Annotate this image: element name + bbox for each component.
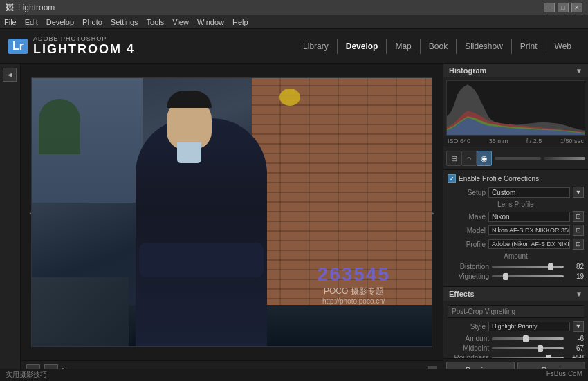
style-row: Style Highlight Priority ▼ — [448, 321, 584, 332]
iso-value: ISO 640 — [448, 138, 470, 145]
enable-corrections-row: ✓ Enable Profile Corrections — [448, 174, 584, 183]
page-watermark: 实用摄影技巧 FsBus.CoM — [0, 369, 588, 381]
amount-label: Amount — [448, 252, 584, 260]
vignetting-label: Vignetting — [448, 272, 489, 280]
vignetting-row: Vignetting 19 — [448, 272, 584, 280]
enable-corrections-checkbox[interactable]: ✓ — [448, 174, 456, 183]
tone-curve-tool[interactable]: ○ — [461, 151, 477, 166]
histogram-svg — [447, 81, 585, 135]
tool-slider-track[interactable] — [544, 157, 585, 160]
vignetting-slider[interactable] — [492, 275, 564, 277]
right-panel: Histogram ▼ ISO 640 35 — [443, 64, 588, 381]
shutter-value: 1/50 sec — [560, 138, 584, 145]
effects-amount-slider[interactable] — [492, 337, 564, 340]
profile-row: Profile Adobe (Nikon AF-S DX NIKKO... ⊡ — [448, 239, 584, 250]
histogram-toggle[interactable]: ▼ — [576, 67, 582, 75]
effects-amount-value: -6 — [567, 335, 584, 342]
distortion-label: Distortion — [448, 263, 489, 270]
tab-develop[interactable]: Develop — [338, 39, 387, 54]
midpoint-label: Midpoint — [448, 344, 489, 352]
effects-content: Post-Crop Vignetting Style Highlight Pri… — [443, 301, 588, 358]
main-layout: ◀ ◀ ▶ — [0, 64, 588, 381]
setup-label: Setup — [448, 189, 486, 196]
title-bar-left: 🖼 Lightroom — [6, 3, 55, 12]
left-panel-toggle[interactable]: ◀ — [3, 68, 17, 82]
profile-value[interactable]: Adobe (Nikon AF-S DX NIKKO... — [488, 239, 570, 249]
effects-header[interactable]: Effects ▼ — [443, 287, 588, 301]
menu-photo[interactable]: Photo — [82, 18, 102, 26]
menu-edit[interactable]: Edit — [25, 18, 38, 26]
histogram-info: ISO 640 35 mm f / 2.5 1/50 sec — [443, 136, 588, 147]
make-value[interactable]: Nikon — [488, 212, 570, 222]
header: Lr ADOBE PHOTOSHOP LIGHTROOM 4 Library D… — [0, 29, 588, 64]
lens-corrections-section: ✓ Enable Profile Corrections Setup Custo… — [443, 170, 588, 287]
photo-frame: 263545 POCO 摄影专题 http://photo.poco.cn/ — [31, 77, 432, 347]
setup-row: Setup Custom ▼ — [448, 187, 584, 198]
effects-amount-label: Amount — [448, 335, 489, 342]
effects-title: Effects — [449, 290, 475, 298]
midpoint-slider[interactable] — [492, 347, 564, 349]
effects-toggle[interactable]: ▼ — [576, 290, 582, 298]
model-value[interactable]: Nikon AF-S DX NIKKOR 35mm... — [488, 225, 570, 235]
tab-book[interactable]: Book — [421, 39, 457, 54]
close-button[interactable]: ✕ — [571, 3, 582, 12]
tab-map[interactable]: Map — [387, 39, 420, 54]
menu-develop[interactable]: Develop — [46, 18, 74, 26]
tab-library[interactable]: Library — [295, 39, 338, 54]
basic-tool[interactable]: ⊞ — [446, 151, 461, 166]
focal-value: 35 mm — [489, 138, 508, 145]
right-panel-scroll[interactable]: Histogram ▼ ISO 640 35 — [443, 64, 588, 358]
title-bar-controls[interactable]: — □ ✕ — [544, 3, 582, 12]
minimize-button[interactable]: — — [544, 3, 555, 12]
model-label: Model — [448, 227, 486, 234]
maximize-button[interactable]: □ — [558, 3, 569, 12]
enable-corrections-label: Enable Profile Corrections — [459, 175, 539, 183]
model-btn[interactable]: ⊡ — [573, 225, 584, 236]
watermark-left: 实用摄影技巧 — [6, 370, 47, 380]
lr-title: LIGHTROOM 4 — [33, 42, 135, 57]
setup-value[interactable]: Custom — [488, 187, 570, 198]
make-btn[interactable]: ⊡ — [573, 211, 584, 222]
lens-correction-tool[interactable]: ◉ — [477, 151, 492, 166]
tab-slideshow[interactable]: Slideshow — [457, 39, 512, 54]
style-btn[interactable]: ▼ — [573, 321, 584, 332]
style-label: Style — [448, 323, 486, 331]
midpoint-row: Midpoint 67 — [448, 344, 584, 352]
nav-tabs: Library Develop Map Book Slideshow Print… — [295, 39, 580, 54]
distortion-row: Distortion 82 — [448, 263, 584, 270]
profile-label: Profile — [448, 241, 486, 248]
histogram-section: Histogram ▼ ISO 640 35 — [443, 64, 588, 147]
center-area: ◀ ▶ — [21, 64, 443, 381]
profile-btn[interactable]: ⊡ — [573, 239, 584, 250]
title-bar: 🖼 Lightroom — □ ✕ — [0, 0, 588, 15]
lr-logo: Lr ADOBE PHOTOSHOP LIGHTROOM 4 — [8, 35, 135, 57]
photo-container: ◀ ▶ — [21, 64, 443, 360]
tab-print[interactable]: Print — [512, 39, 546, 54]
effects-section: Effects ▼ Post-Crop Vignetting Style Hig… — [443, 287, 588, 358]
make-label: Make — [448, 213, 486, 221]
menu-help[interactable]: Help — [232, 18, 248, 26]
midpoint-value: 67 — [567, 344, 584, 352]
distortion-value: 82 — [567, 263, 584, 270]
menu-file[interactable]: File — [4, 18, 17, 26]
roundness-slider[interactable] — [492, 357, 564, 358]
menu-tools[interactable]: Tools — [147, 18, 165, 26]
menu-window[interactable]: Window — [197, 18, 224, 26]
app-title: Lightroom — [18, 3, 55, 12]
model-row: Model Nikon AF-S DX NIKKOR 35mm... ⊡ — [448, 225, 584, 236]
histogram-header[interactable]: Histogram ▼ — [443, 64, 588, 77]
menu-settings[interactable]: Settings — [111, 18, 138, 26]
menu-bar: File Edit Develop Photo Settings Tools V… — [0, 15, 588, 29]
menu-view[interactable]: View — [172, 18, 189, 26]
lr-badge: Lr — [8, 39, 28, 54]
tab-web[interactable]: Web — [546, 39, 580, 54]
post-crop-label: Post-Crop Vignetting — [452, 308, 515, 315]
post-crop-divider: Post-Crop Vignetting — [448, 305, 584, 318]
lr-subtitle: ADOBE PHOTOSHOP — [33, 35, 135, 42]
setup-btn[interactable]: ▼ — [573, 187, 584, 198]
style-value[interactable]: Highlight Priority — [488, 322, 570, 331]
aperture-value: f / 2.5 — [526, 138, 542, 145]
lr-brand: ADOBE PHOTOSHOP LIGHTROOM 4 — [33, 35, 135, 57]
lens-profile-label: Lens Profile — [448, 201, 584, 208]
distortion-slider[interactable] — [492, 266, 564, 268]
